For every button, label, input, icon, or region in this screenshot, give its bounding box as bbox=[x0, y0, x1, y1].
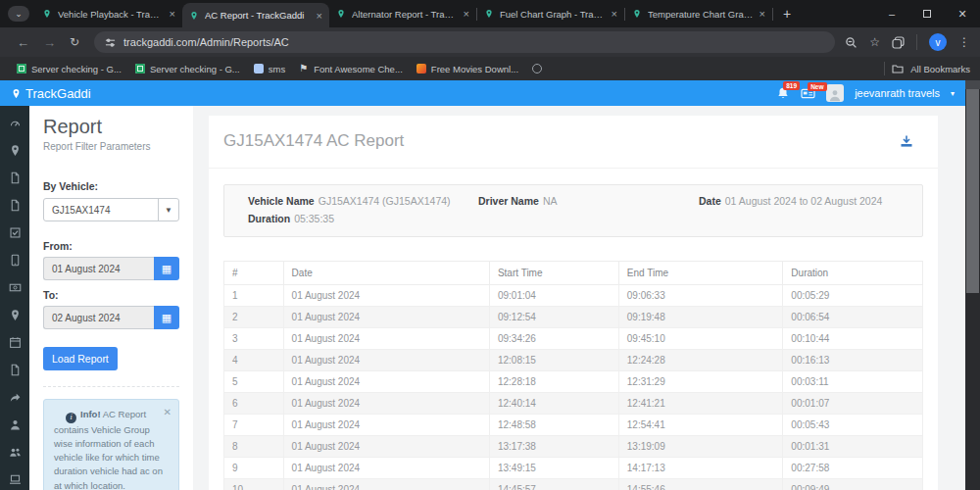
bookmark-item-4[interactable]: ⚑Font Awesome Che... bbox=[292, 62, 410, 76]
table-cell: 00:03:11 bbox=[783, 371, 923, 393]
bookmark-item-1[interactable]: Server checking - G... bbox=[10, 62, 128, 76]
bookmark-item-3[interactable]: sms bbox=[247, 62, 292, 76]
browser-tab-3[interactable]: Alternator Report - TrackGaddi× bbox=[329, 0, 476, 27]
sidebar-item-map-marker-2[interactable] bbox=[0, 136, 29, 164]
tab-close-icon[interactable]: × bbox=[317, 11, 322, 21]
table-cell: 3 bbox=[224, 328, 284, 350]
bookmark-item-6[interactable] bbox=[525, 62, 549, 75]
scrollbar-thumb[interactable] bbox=[966, 89, 979, 293]
user-avatar[interactable] bbox=[826, 84, 844, 102]
users-icon bbox=[9, 446, 22, 459]
sidebar-item-map-marker-8[interactable] bbox=[0, 301, 29, 328]
user-menu-caret-icon[interactable]: ▾ bbox=[951, 89, 955, 98]
table-cell: 14:55:46 bbox=[618, 479, 783, 490]
page-scrollbar[interactable] bbox=[965, 80, 980, 490]
window-controls: – ✕ bbox=[874, 0, 980, 27]
bookmark-item-2[interactable]: Server checking - G... bbox=[128, 62, 247, 76]
speedometer-icon bbox=[9, 117, 22, 129]
table-cell: 09:19:48 bbox=[618, 307, 783, 328]
browser-menu-icon[interactable]: ⋮ bbox=[958, 35, 970, 49]
from-calendar-button[interactable]: ▦ bbox=[154, 257, 179, 280]
bookmark-star-icon[interactable]: ☆ bbox=[869, 35, 880, 49]
tab-label: Alternator Report - TrackGaddi bbox=[352, 9, 458, 20]
forward-icon[interactable]: → bbox=[43, 35, 56, 50]
table-row: 401 August 202412:08:1512:24:2800:16:13 bbox=[224, 350, 923, 371]
to-calendar-button[interactable]: ▦ bbox=[154, 306, 179, 329]
minimize-button[interactable]: – bbox=[874, 0, 909, 27]
table-cell: 5 bbox=[224, 371, 284, 393]
vehicle-label: By Vehicle: bbox=[43, 180, 179, 192]
sidebar-item-laptop-14[interactable] bbox=[0, 466, 29, 490]
tab-close-icon[interactable]: × bbox=[760, 9, 765, 19]
new-tab-button[interactable]: + bbox=[783, 7, 791, 21]
summary-value: GJ15AX1474 (GJ15AX1474) bbox=[318, 195, 451, 207]
from-date-input[interactable] bbox=[43, 257, 154, 280]
panel-divider bbox=[43, 386, 179, 387]
browser-tab-4[interactable]: Fuel Chart Graph - TrackGaddi× bbox=[477, 0, 624, 27]
vehicle-select[interactable]: GJ15AX1474 ▼ bbox=[43, 198, 179, 221]
bookmark-label: Free Movies Downl... bbox=[431, 64, 518, 74]
sidebar-item-check-square-5[interactable] bbox=[0, 219, 29, 246]
scrollbar-up-arrow[interactable] bbox=[965, 80, 980, 89]
tab-search-button[interactable]: ⌄ bbox=[8, 6, 29, 22]
sidebar-item-tablet-6[interactable] bbox=[0, 246, 29, 273]
rfid-card-button[interactable]: New bbox=[801, 87, 815, 100]
sidebar-item-file-4[interactable] bbox=[0, 191, 29, 219]
tab-favicon-pin-icon bbox=[189, 11, 199, 21]
table-cell: 12:08:15 bbox=[489, 350, 618, 371]
browser-tab-1[interactable]: Vehicle Playback - TrackGaddi× bbox=[35, 0, 182, 27]
browser-tab-5[interactable]: Temperature Chart Graph - Tra× bbox=[625, 0, 772, 27]
address-bar[interactable]: trackgaddi.com/Admin/Reports/AC bbox=[94, 31, 835, 53]
table-cell: 13:19:09 bbox=[618, 436, 783, 458]
table-cell: 01 August 2024 bbox=[283, 393, 489, 415]
table-cell: 9 bbox=[224, 458, 284, 479]
browser-tab-2[interactable]: AC Report - TrackGaddi× bbox=[182, 3, 329, 27]
reload-icon[interactable]: ↻ bbox=[70, 35, 79, 49]
sidebar-item-users-13[interactable] bbox=[0, 438, 29, 466]
sidebar-item-speedometer-1[interactable] bbox=[0, 109, 29, 136]
tab-strip: ⌄ Vehicle Playback - TrackGaddi×AC Repor… bbox=[0, 0, 980, 27]
maximize-button[interactable] bbox=[909, 0, 945, 27]
table-cell: 01 August 2024 bbox=[283, 415, 489, 436]
summary-value: 05:35:35 bbox=[294, 213, 334, 224]
table-cell: 6 bbox=[224, 393, 284, 415]
download-report-button[interactable] bbox=[900, 134, 913, 148]
sidebar-item-file-10[interactable] bbox=[0, 356, 29, 383]
site-info-icon[interactable] bbox=[105, 37, 116, 48]
notifications-bell[interactable]: 819 bbox=[776, 86, 790, 100]
sheet-icon bbox=[17, 64, 26, 74]
table-cell: 00:05:43 bbox=[783, 415, 923, 436]
table-row: 801 August 202413:17:3813:19:0900:01:31 bbox=[224, 436, 923, 458]
load-report-button[interactable]: Load Report bbox=[43, 347, 118, 370]
bookmark-item-5[interactable]: Free Movies Downl... bbox=[410, 62, 525, 76]
sidebar-item-user-12[interactable] bbox=[0, 411, 29, 438]
info-close-icon[interactable]: ✕ bbox=[164, 405, 172, 419]
summary-value: 01 August 2024 to 02 August 2024 bbox=[725, 195, 883, 207]
sidebar-item-file-3[interactable] bbox=[0, 164, 29, 191]
summary-label: Driver Name bbox=[478, 195, 539, 207]
table-cell: 12:24:28 bbox=[618, 350, 783, 371]
tab-close-icon[interactable]: × bbox=[612, 9, 617, 19]
to-date-input[interactable] bbox=[43, 306, 154, 329]
table-cell: 4 bbox=[224, 350, 284, 371]
all-bookmarks[interactable]: All Bookmarks bbox=[884, 62, 970, 75]
app-brand[interactable]: TrackGaddi bbox=[11, 86, 91, 101]
report-table: #DateStart TimeEnd TimeDuration 101 Augu… bbox=[223, 261, 923, 490]
sidebar-item-calendar-9[interactable] bbox=[0, 328, 29, 356]
zoom-icon[interactable] bbox=[845, 36, 858, 49]
back-icon[interactable]: ← bbox=[17, 35, 29, 50]
banknote-icon bbox=[9, 281, 22, 294]
table-cell: 09:12:54 bbox=[489, 307, 618, 328]
table-cell: 01 August 2024 bbox=[283, 350, 489, 371]
user-name[interactable]: jeevanrath travels bbox=[855, 87, 940, 99]
close-button[interactable]: ✕ bbox=[945, 0, 980, 27]
report-title: GJ15AX1474 AC Report bbox=[223, 131, 404, 151]
tab-close-icon[interactable]: × bbox=[464, 9, 469, 19]
tabs-panel-icon[interactable] bbox=[892, 36, 905, 49]
select-caret-icon[interactable]: ▼ bbox=[158, 199, 178, 220]
sidebar-item-share-11[interactable] bbox=[0, 383, 29, 411]
column-header: # bbox=[224, 262, 284, 285]
tab-close-icon[interactable]: × bbox=[170, 9, 175, 19]
browser-profile-avatar[interactable]: v bbox=[929, 33, 947, 51]
sidebar-item-banknote-7[interactable] bbox=[0, 273, 29, 301]
